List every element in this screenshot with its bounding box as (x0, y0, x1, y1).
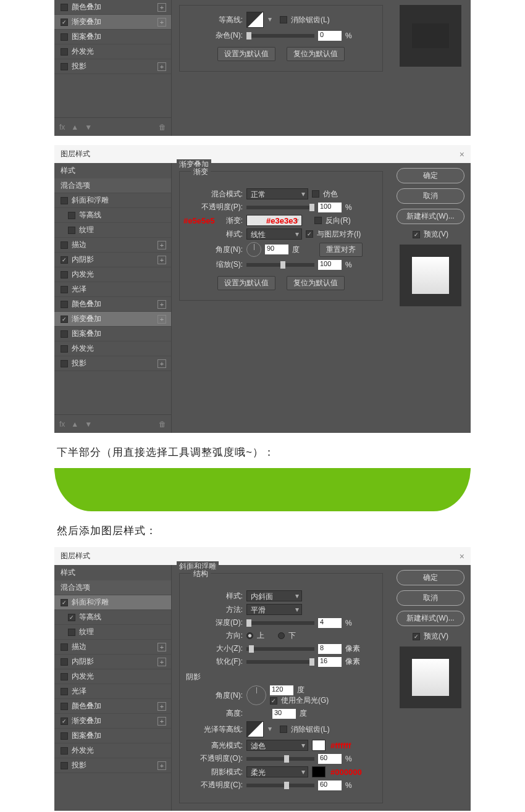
cb-color-overlay[interactable] (61, 4, 68, 11)
plus-icon[interactable]: + (158, 18, 166, 27)
plus-icon[interactable]: + (158, 315, 166, 324)
cb-contour[interactable] (68, 614, 75, 621)
soft-input[interactable]: 16 (318, 657, 342, 667)
trash-icon[interactable]: 🗑 (159, 123, 166, 132)
bevel-method-select[interactable]: 平滑 (246, 604, 302, 615)
depth-slider[interactable] (246, 621, 314, 625)
cb-preview[interactable] (413, 231, 420, 238)
cb-satin[interactable] (61, 688, 68, 695)
style-select[interactable]: 线性 (246, 228, 302, 240)
cb-grad-overlay[interactable] (61, 19, 68, 26)
blend-mode-select[interactable]: 正常 (246, 188, 308, 199)
blend-options[interactable]: 混合选项 (54, 580, 171, 595)
opacity-slider[interactable] (246, 206, 314, 209)
cb-reverse[interactable] (314, 217, 322, 224)
hi-color[interactable] (312, 740, 326, 751)
fx-icon[interactable]: fx (59, 123, 65, 132)
size-slider[interactable] (246, 647, 314, 651)
cb-inner-glow[interactable] (61, 673, 68, 680)
hi-op-slider[interactable] (246, 757, 314, 761)
cancel-button[interactable]: 取消 (397, 590, 464, 606)
plus-icon[interactable]: + (158, 717, 166, 726)
plus-icon[interactable]: + (158, 62, 166, 71)
sh-op-slider[interactable] (246, 784, 314, 787)
new-style-button[interactable]: 新建样式(W)... (397, 611, 464, 626)
cb-inner-glow[interactable] (61, 271, 68, 278)
hi-op-input[interactable]: 60 (318, 754, 342, 764)
cb-stroke[interactable] (61, 643, 68, 651)
styles-heading[interactable]: 样式 (54, 163, 171, 178)
ok-button[interactable]: 确定 (397, 168, 464, 183)
plus-icon[interactable]: + (158, 658, 166, 666)
cb-preview[interactable] (413, 633, 420, 640)
down-icon[interactable]: ▼ (85, 123, 92, 132)
cb-pattern-overlay[interactable] (61, 33, 68, 41)
plus-icon[interactable]: + (158, 761, 166, 770)
size-input[interactable]: 8 (318, 644, 342, 654)
plus-icon[interactable]: + (158, 359, 166, 368)
sh-color[interactable] (312, 766, 326, 777)
noise-slider[interactable] (246, 34, 314, 38)
cb-bevel[interactable] (61, 599, 68, 606)
gradient-picker[interactable] (246, 215, 302, 226)
cb-texture[interactable] (68, 629, 75, 636)
ok-button[interactable]: 确定 (397, 570, 464, 585)
alt-input[interactable]: 30 (272, 709, 296, 719)
plus-icon[interactable]: + (158, 702, 166, 711)
close-icon[interactable]: × (460, 149, 464, 159)
cb-pattern-overlay[interactable] (61, 330, 68, 338)
cb-inner-shadow[interactable] (61, 658, 68, 666)
new-style-button[interactable]: 新建样式(W)... (397, 209, 464, 224)
up-icon[interactable]: ▲ (71, 420, 78, 429)
soft-slider[interactable] (246, 660, 314, 664)
trash-icon[interactable]: 🗑 (159, 420, 166, 429)
reset-default-button[interactable]: 复位为默认值 (287, 47, 345, 61)
set-default-button[interactable]: 设置为默认值 (217, 47, 275, 61)
cb-stroke[interactable] (61, 241, 68, 249)
sh-op-input[interactable]: 60 (318, 781, 342, 790)
up-icon[interactable]: ▲ (71, 123, 78, 132)
set-default-button[interactable]: 设置为默认值 (217, 276, 275, 290)
angle-dial[interactable] (246, 685, 266, 705)
cb-pattern-overlay[interactable] (61, 732, 68, 740)
cb-bevel[interactable] (61, 197, 68, 204)
opacity-input[interactable]: 100 (318, 203, 342, 212)
radio-up[interactable] (246, 632, 253, 639)
bevel-style-select[interactable]: 内斜面 (246, 590, 302, 601)
plus-icon[interactable]: + (158, 3, 166, 12)
plus-icon[interactable]: + (158, 241, 166, 249)
depth-input[interactable]: 4 (318, 618, 342, 628)
cb-drop-shadow[interactable] (61, 63, 68, 70)
cb-texture[interactable] (68, 227, 75, 234)
cb-aa[interactable] (280, 16, 287, 23)
gloss-contour[interactable] (246, 721, 264, 737)
angle-dial[interactable] (246, 242, 261, 257)
cb-aa[interactable] (280, 726, 287, 733)
cb-inner-shadow[interactable] (61, 256, 68, 264)
cb-drop-shadow[interactable] (61, 360, 68, 367)
contour-picker[interactable] (246, 12, 264, 28)
realign-button[interactable]: 重置对齐 (319, 243, 363, 257)
down-icon[interactable]: ▼ (85, 420, 92, 429)
cb-color-overlay[interactable] (61, 703, 68, 710)
blend-options[interactable]: 混合选项 (54, 178, 171, 193)
radio-down[interactable] (278, 632, 285, 639)
fx-icon[interactable]: fx (59, 420, 65, 429)
cb-contour[interactable] (68, 212, 75, 219)
angle-input[interactable]: 90 (265, 245, 288, 254)
cb-outer-glow[interactable] (61, 48, 68, 56)
noise-input[interactable]: 0 (318, 31, 342, 41)
cancel-button[interactable]: 取消 (397, 188, 464, 204)
hi-mode-select[interactable]: 滤色 (246, 740, 308, 751)
scale-input[interactable]: 100 (318, 260, 342, 270)
cb-outer-glow[interactable] (61, 345, 68, 353)
cb-align[interactable] (306, 230, 313, 238)
plus-icon[interactable]: + (158, 300, 166, 309)
cb-dither[interactable] (312, 190, 319, 198)
reset-default-button[interactable]: 复位为默认值 (287, 276, 345, 290)
sh-mode-select[interactable]: 柔光 (246, 766, 308, 777)
plus-icon[interactable]: + (158, 256, 166, 264)
plus-icon[interactable]: + (158, 643, 166, 651)
cb-global[interactable] (270, 697, 277, 705)
styles-heading[interactable]: 样式 (54, 565, 171, 580)
